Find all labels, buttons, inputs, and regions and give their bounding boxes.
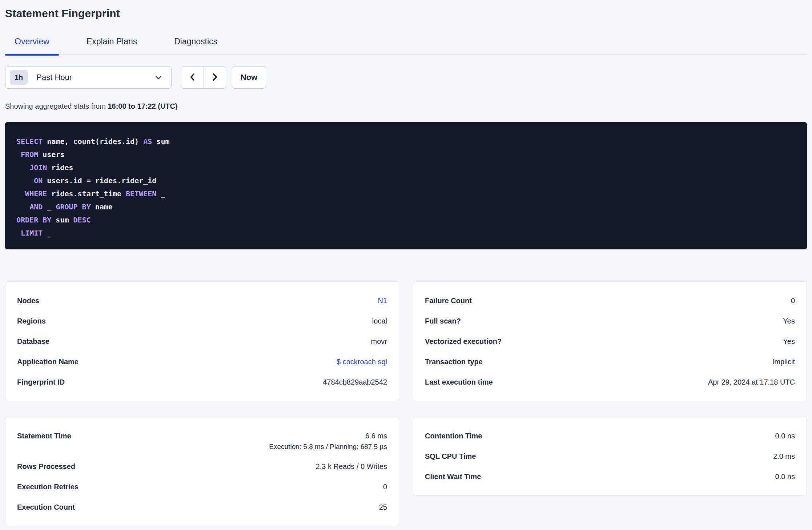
info-value: local bbox=[372, 316, 387, 326]
sql-line: ORDER BY sum DESC bbox=[16, 213, 796, 226]
info-label: Database bbox=[17, 336, 49, 347]
info-value-wrap: 2.3 k Reads / 0 Writes bbox=[316, 461, 387, 472]
info-label: Execution Count bbox=[17, 502, 75, 513]
info-label: Statement Time bbox=[17, 430, 71, 441]
sql-keyword: FROM bbox=[21, 150, 38, 159]
info-label: Vectorized execution? bbox=[425, 336, 502, 347]
info-label: Execution Retries bbox=[17, 481, 79, 492]
page-title: Statement Fingerprint bbox=[5, 7, 807, 20]
info-value-link[interactable]: $ cockroach sql bbox=[337, 356, 387, 367]
now-button[interactable]: Now bbox=[232, 66, 266, 89]
sql-line: LIMIT _ bbox=[16, 226, 796, 240]
info-value-wrap: 0 bbox=[383, 481, 387, 492]
statement-details-card: NodesN1RegionslocalDatabasemovrApplicati… bbox=[5, 281, 399, 401]
info-row: Contention Time0.0 ns bbox=[425, 426, 795, 446]
info-row: Execution Count25 bbox=[17, 497, 387, 517]
info-label: Rows Processed bbox=[17, 461, 75, 472]
execution-attributes-card: Failure Count0Full scan?YesVectorized ex… bbox=[413, 281, 807, 401]
sql-text bbox=[16, 163, 29, 172]
info-value-wrap: 0 bbox=[791, 295, 795, 306]
next-interval-button[interactable] bbox=[204, 67, 226, 88]
sql-text bbox=[16, 176, 34, 185]
info-subvalue: Execution: 5.8 ms / Planning: 687.5 µs bbox=[269, 442, 387, 451]
interval-arrows bbox=[181, 66, 226, 89]
info-label: Contention Time bbox=[425, 430, 482, 441]
sql-keyword: AS bbox=[143, 137, 152, 146]
prev-interval-button[interactable] bbox=[181, 67, 204, 88]
info-value-wrap: 2.0 ms bbox=[773, 451, 795, 462]
info-value-link[interactable]: N1 bbox=[378, 295, 387, 306]
sql-text: _ bbox=[156, 189, 165, 198]
info-row: Transaction typeImplicit bbox=[425, 352, 795, 372]
time-interval-dropdown[interactable]: 1h Past Hour bbox=[5, 66, 172, 89]
tab-label: Overview bbox=[15, 37, 49, 46]
info-value: 0.0 ns bbox=[775, 430, 795, 441]
sql-keyword: SELECT bbox=[16, 137, 43, 146]
sql-text bbox=[16, 202, 29, 211]
sql-keyword: DESC bbox=[73, 216, 91, 224]
sql-text: sum bbox=[51, 216, 73, 224]
info-row: Rows Processed2.3 k Reads / 0 Writes bbox=[17, 456, 387, 477]
sql-text: sum bbox=[152, 137, 169, 146]
info-value-wrap: N1 bbox=[378, 295, 387, 306]
sql-text: name, count(rides.id) bbox=[43, 137, 143, 146]
time-range-label: Past Hour bbox=[36, 73, 154, 82]
info-label: Last execution time bbox=[425, 377, 493, 388]
info-value: movr bbox=[371, 336, 387, 347]
info-row: NodesN1 bbox=[17, 290, 387, 311]
info-row: Vectorized execution?Yes bbox=[425, 331, 795, 352]
info-value: Yes bbox=[783, 336, 795, 347]
sql-line: AND _ GROUP BY name bbox=[16, 200, 796, 213]
sql-keyword: ON bbox=[34, 176, 43, 185]
info-label: Transaction type bbox=[425, 356, 483, 367]
info-value-wrap: local bbox=[372, 316, 387, 326]
info-value: 2.3 k Reads / 0 Writes bbox=[316, 461, 387, 472]
info-value: 25 bbox=[379, 502, 387, 513]
info-value: 4784cb829aab2542 bbox=[323, 377, 387, 388]
info-value: Yes bbox=[783, 316, 795, 326]
cards-grid: NodesN1RegionslocalDatabasemovrApplicati… bbox=[5, 281, 807, 526]
info-value-wrap: Yes bbox=[783, 336, 795, 347]
tab-explain-plans[interactable]: Explain Plans bbox=[77, 36, 146, 55]
info-value: Implicit bbox=[772, 356, 795, 367]
info-value: 0 bbox=[383, 481, 387, 492]
info-row: Full scan?Yes bbox=[425, 311, 795, 331]
info-value-wrap: 25 bbox=[379, 502, 387, 513]
sql-text: _ bbox=[43, 202, 56, 211]
sql-keyword: GROUP BY bbox=[56, 202, 91, 211]
info-value: 0.0 ns bbox=[775, 471, 795, 482]
sql-keyword: AND bbox=[29, 202, 43, 211]
tab-bar: OverviewExplain PlansDiagnostics bbox=[5, 36, 807, 55]
sql-line: ON users.id = rides.rider_id bbox=[16, 174, 796, 187]
sql-keyword: BETWEEN bbox=[126, 189, 156, 198]
sql-text: rides.start_time bbox=[47, 189, 126, 198]
sql-line: SELECT name, count(rides.id) AS sum bbox=[16, 135, 796, 148]
sql-keyword: ORDER BY bbox=[16, 216, 51, 224]
sql-line: WHERE rides.start_time BETWEEN _ bbox=[16, 187, 796, 200]
info-row: Client Wait Time0.0 ns bbox=[425, 466, 795, 487]
chevron-down-icon bbox=[154, 73, 163, 82]
sql-text: name bbox=[91, 202, 113, 211]
info-row: Statement Time6.6 msExecution: 5.8 ms / … bbox=[17, 426, 387, 456]
info-row: Execution Retries0 bbox=[17, 477, 387, 497]
info-value-wrap: 0.0 ns bbox=[775, 430, 795, 441]
aggregated-stats-text: Showing aggregated stats from 16:00 to 1… bbox=[5, 101, 807, 111]
sql-text bbox=[16, 229, 21, 237]
sql-keyword: WHERE bbox=[25, 189, 47, 198]
sql-line: FROM users bbox=[16, 148, 796, 161]
tab-overview[interactable]: Overview bbox=[5, 36, 59, 55]
sql-line: JOIN rides bbox=[16, 161, 796, 174]
sql-text bbox=[16, 189, 25, 198]
tab-diagnostics[interactable]: Diagnostics bbox=[165, 36, 227, 55]
info-value-wrap: Apr 29, 2024 at 17:18 UTC bbox=[708, 377, 795, 388]
sql-statement-box: SELECT name, count(rides.id) AS sum FROM… bbox=[5, 122, 807, 249]
info-row: Application Name$ cockroach sql bbox=[17, 352, 387, 372]
sql-text: users.id = rides.rider_id bbox=[43, 176, 156, 185]
info-value: 6.6 ms bbox=[269, 430, 387, 441]
info-label: Application Name bbox=[17, 356, 79, 367]
aggregated-stats-prefix: Showing aggregated stats from bbox=[5, 102, 108, 110]
statement-fingerprint-page: Statement Fingerprint OverviewExplain Pl… bbox=[0, 7, 812, 526]
info-row: Last execution timeApr 29, 2024 at 17:18… bbox=[425, 372, 795, 392]
info-row: Failure Count0 bbox=[425, 290, 795, 311]
info-label: Fingerprint ID bbox=[17, 377, 65, 388]
